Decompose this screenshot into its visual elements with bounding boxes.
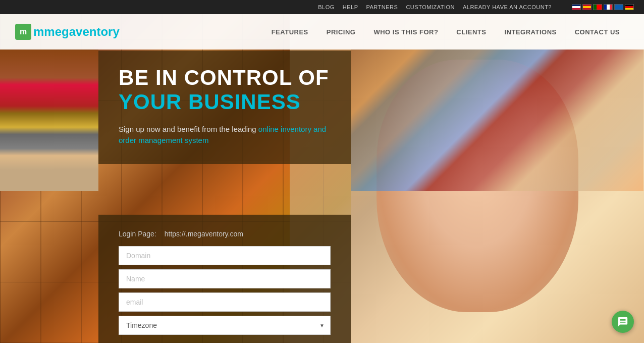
top-nav-partners[interactable]: PARTNERS [366,4,398,10]
login-page-label: Login Page: [119,230,156,238]
login-page-row: Login Page: https://.megaventory.com [119,230,331,238]
flag-gr[interactable] [614,4,623,10]
hero-text-box: BE IN CONTROL OF YOUR BUSINESS Sign up n… [98,51,351,164]
hero-title-line2: YOUR BUSINESS [119,90,331,114]
top-nav-help[interactable]: HELP [343,4,358,10]
chat-icon [617,316,628,327]
main-nav: m mmegaventory FEATURES PRICING WHO IS T… [0,14,644,50]
nav-pricing[interactable]: PRICING [317,14,365,50]
email-input[interactable] [119,292,331,312]
domain-input[interactable] [119,246,331,265]
flag-es[interactable] [582,4,592,10]
logo-m: m [20,27,27,36]
flag-de[interactable] [625,4,634,10]
hero-subtitle: Sign up now and benefit from the leading… [119,124,331,146]
timezone-wrapper: Timezone UTC+0:00 UTC+1:00 UTC+2:00 UTC+… [119,316,331,335]
logo[interactable]: m mmegaventory [15,24,120,40]
name-input[interactable] [119,269,331,288]
login-page-url: https://.megaventory.com [165,230,243,238]
hero-shoes-left [0,50,98,191]
top-nav-blog[interactable]: BLOG [318,4,335,10]
top-nav-account[interactable]: ALREADY HAVE AN ACCOUNT? [463,4,552,10]
nav-who-is-this-for[interactable]: WHO IS THIS FOR? [364,14,447,50]
hero-shoes-right [351,50,643,191]
nav-clients[interactable]: CLIENTS [447,14,495,50]
nav-integrations[interactable]: INTEGRATIONS [495,14,565,50]
logo-text: mmegaventory [33,25,120,39]
signup-form-box: Login Page: https://.megaventory.com Tim… [98,215,351,343]
top-bar: BLOG HELP PARTNERS CUSTOMIZATION ALREADY… [0,0,644,14]
nav-features[interactable]: FEATURES [262,14,317,50]
hero-title-line1: BE IN CONTROL OF [119,66,331,90]
main-nav-links: FEATURES PRICING WHO IS THIS FOR? CLIENT… [262,14,629,50]
logo-icon: m [15,24,31,40]
chat-button[interactable] [612,311,634,333]
hero-content: BE IN CONTROL OF YOUR BUSINESS Sign up n… [98,51,351,164]
language-flags [572,4,634,10]
hero-subtitle-text: Sign up now and benefit from the leading [119,125,258,133]
timezone-select[interactable]: Timezone UTC+0:00 UTC+1:00 UTC+2:00 UTC+… [119,316,331,335]
nav-contact-us[interactable]: CONTACT US [566,14,629,50]
top-nav-customization[interactable]: CUSTOMIZATION [406,4,455,10]
flag-pt[interactable] [593,4,602,10]
top-bar-links: BLOG HELP PARTNERS CUSTOMIZATION ALREADY… [10,4,552,10]
flag-fr[interactable] [604,4,613,10]
flag-en[interactable] [572,4,581,10]
